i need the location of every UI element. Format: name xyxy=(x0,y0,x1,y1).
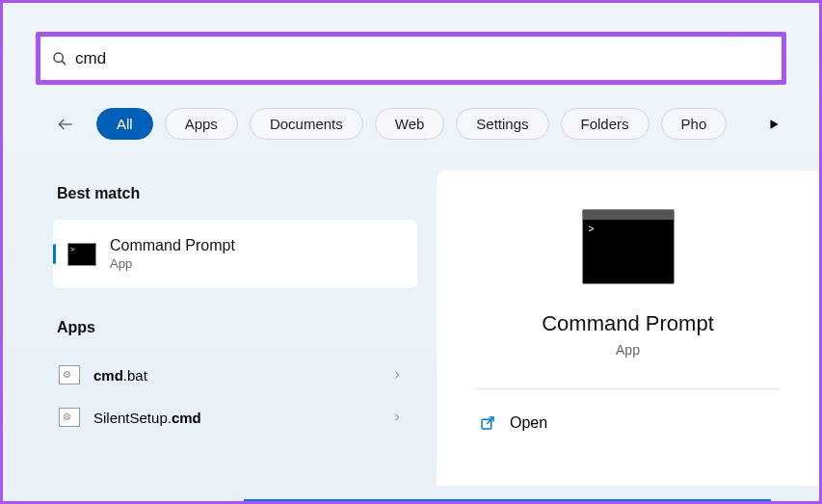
scroll-right-icon[interactable] xyxy=(767,118,781,131)
chevron-right-icon xyxy=(392,368,402,382)
search-bar[interactable] xyxy=(36,32,786,85)
app-result-cmd-bat[interactable]: cmd.bat xyxy=(53,354,417,396)
command-prompt-icon-large xyxy=(582,209,675,284)
detail-divider xyxy=(475,388,781,389)
svg-point-0 xyxy=(54,53,63,62)
search-input[interactable] xyxy=(75,49,772,68)
search-icon xyxy=(52,51,67,66)
filter-all[interactable]: All xyxy=(96,108,153,140)
apps-header: Apps xyxy=(53,319,417,336)
app-result-label: cmd.bat xyxy=(93,367,147,384)
detail-subtitle: App xyxy=(475,342,781,358)
filter-folders[interactable]: Folders xyxy=(561,108,650,140)
results-column: Best match Command Prompt App Apps cmd.b… xyxy=(41,151,417,486)
app-result-silentsetup-cmd[interactable]: SilentSetup.cmd xyxy=(53,396,417,438)
filter-photos[interactable]: Pho xyxy=(661,108,728,140)
filter-documents[interactable]: Documents xyxy=(250,108,363,140)
open-label: Open xyxy=(510,414,547,432)
filter-apps[interactable]: Apps xyxy=(165,108,238,140)
back-arrow-icon[interactable] xyxy=(56,115,75,134)
detail-title: Command Prompt xyxy=(475,311,781,336)
app-result-label: SilentSetup.cmd xyxy=(93,410,201,426)
bat-file-icon xyxy=(59,408,80,427)
svg-marker-3 xyxy=(771,119,779,128)
svg-line-1 xyxy=(62,61,66,65)
best-match-subtitle: App xyxy=(110,256,235,271)
svg-line-5 xyxy=(487,417,493,424)
best-match-title: Command Prompt xyxy=(110,237,235,254)
filter-settings[interactable]: Settings xyxy=(456,108,548,140)
open-icon xyxy=(479,414,496,432)
filter-row: All Apps Documents Web Settings Folders … xyxy=(3,85,819,151)
search-focus-underline xyxy=(244,499,771,501)
bat-file-icon xyxy=(59,365,80,385)
best-match-item[interactable]: Command Prompt App xyxy=(53,220,417,288)
chevron-right-icon xyxy=(392,411,402,424)
content-area: Best match Command Prompt App Apps cmd.b… xyxy=(3,151,819,486)
open-action[interactable]: Open xyxy=(475,405,781,441)
filter-web[interactable]: Web xyxy=(375,108,445,140)
best-match-header: Best match xyxy=(53,185,417,202)
command-prompt-icon xyxy=(67,243,96,266)
detail-panel: Command Prompt App Open xyxy=(437,171,819,486)
